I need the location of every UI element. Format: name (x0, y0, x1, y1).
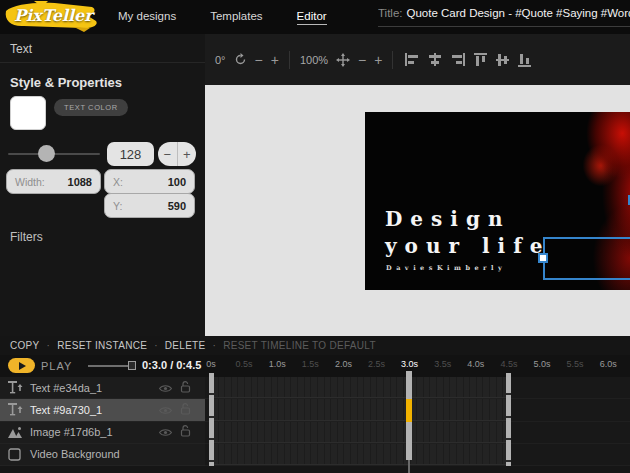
design-text-block[interactable]: Design your life (385, 206, 551, 260)
timeline-header: PLAY 0:3.0 / 0:4.5 0s0.5s1.0s1.5s2.0s2.5… (0, 355, 630, 377)
design-title-field[interactable]: Title: Quote Card Design - #Quote #Sayin… (378, 0, 630, 27)
ruler-label-4.5s: 4.5s (500, 359, 517, 369)
layer-controls (159, 401, 191, 419)
pixteller-logo[interactable]: PixTeller (4, 1, 100, 33)
width-value: 1088 (68, 176, 92, 188)
layer-lock-toggle[interactable] (180, 423, 191, 441)
font-size-input[interactable]: 128 (107, 142, 154, 166)
timeline-end-marker[interactable] (506, 373, 511, 466)
zoom-out-button[interactable]: − (358, 53, 366, 67)
layer-name: Text #9a730_1 (30, 404, 159, 416)
width-field[interactable]: Width: 1088 (6, 169, 101, 194)
y-field[interactable]: Y: 590 (104, 193, 195, 218)
resize-handle-left[interactable] (538, 253, 548, 263)
playhead-line (408, 460, 410, 473)
layer-lock-toggle[interactable] (180, 401, 191, 419)
align-left-icon[interactable] (405, 53, 419, 66)
layer-track-grid[interactable] (211, 377, 509, 398)
layer-track-grid[interactable] (211, 399, 509, 420)
ruler-label-2.0s: 2.0s (335, 359, 352, 369)
align-top-icon[interactable] (474, 53, 487, 67)
ruler-label-1.5s: 1.5s (302, 359, 319, 369)
sidebar-section-filters[interactable]: Filters (10, 230, 43, 244)
pan-move-icon[interactable] (336, 53, 350, 67)
ruler-label-2.5s: 2.5s (368, 359, 385, 369)
eye-icon (159, 384, 172, 393)
timeline-ruler[interactable]: 0s0.5s1.0s1.5s2.0s2.5s3.0s3.5s4.0s4.5s5.… (0, 355, 630, 377)
layer-track[interactable] (205, 399, 630, 421)
title-label: Title: (378, 7, 403, 19)
text-color-label: TEXT COLOR (54, 99, 128, 116)
rotation-group: 0° − + (205, 53, 289, 67)
nav-item-editor[interactable]: Editor (297, 10, 327, 25)
layer-label-image-17d6b_1[interactable]: Image #17d6b_1 (0, 422, 205, 444)
image-layer-icon (8, 426, 24, 438)
layer-name: Text #e34da_1 (30, 382, 159, 394)
playhead-bar-selected (406, 399, 412, 422)
nav-item-templates[interactable]: Templates (210, 10, 262, 24)
action-reset-timeline-to-default[interactable]: RESET TIMELINE TO DEFAULT (223, 340, 376, 351)
eye-icon (159, 406, 172, 415)
zoom-in-button[interactable]: + (374, 53, 382, 67)
design-text-line2: your life (385, 233, 551, 260)
rotate-decrease-button[interactable]: − (255, 53, 263, 67)
layer-label-text-9a730_1[interactable]: Text #9a730_1 (0, 399, 205, 421)
font-size-row: 128 − + (0, 140, 205, 168)
y-label: Y: (113, 200, 122, 212)
text-color-swatch[interactable] (10, 96, 46, 130)
rotate-icon[interactable] (234, 53, 247, 66)
selection-box[interactable] (543, 237, 630, 280)
layer-visibility-toggle[interactable] (159, 423, 172, 441)
text-color-row: TEXT COLOR (10, 96, 128, 130)
layer-label-text-e34da_1[interactable]: Text #e34da_1 (0, 377, 205, 399)
playhead-bar-bottom (406, 422, 412, 460)
align-middle-vertical-icon[interactable] (496, 53, 509, 67)
ruler-label-3.5s: 3.5s (434, 359, 451, 369)
canvas-workspace[interactable]: Design your life DaviesKimberly (205, 85, 630, 336)
layer-label-video-background[interactable]: Video Background (0, 444, 205, 466)
layer-track[interactable] (205, 444, 630, 466)
playhead-bar-top (406, 371, 412, 399)
layer-lock-toggle[interactable] (180, 379, 191, 397)
timeline-start-marker[interactable] (209, 373, 214, 466)
title-value: Quote Card Design - #Quote #Saying #Word… (407, 7, 630, 19)
layer-name: Video Background (30, 448, 205, 460)
align-center-horizontal-icon[interactable] (428, 53, 442, 66)
font-size-increase-button[interactable]: + (178, 142, 197, 166)
unlock-icon (180, 425, 191, 437)
design-text-line1: Design (385, 206, 551, 233)
action-copy[interactable]: COPY (10, 340, 40, 351)
ruler-label-5.5s: 5.5s (567, 359, 584, 369)
action-separator: · (47, 340, 51, 351)
align-right-icon[interactable] (451, 53, 465, 66)
logo-text: PixTeller (14, 6, 93, 25)
zoom-value: 100% (300, 54, 328, 66)
main-nav: My designsTemplatesEditor (118, 0, 327, 34)
layer-track-grid[interactable] (211, 422, 509, 443)
design-card[interactable]: Design your life DaviesKimberly (365, 112, 630, 290)
font-size-stepper: − + (158, 142, 196, 166)
timeline-playhead[interactable] (406, 371, 412, 466)
canvas-toolbar: 0° − + 100% − + (205, 34, 630, 85)
rotate-increase-button[interactable]: + (271, 53, 279, 67)
x-label: X: (113, 176, 123, 188)
sidebar-section-text[interactable]: Text (0, 34, 205, 63)
layer-track[interactable] (205, 377, 630, 399)
layer-track-grid[interactable] (211, 444, 509, 465)
align-bottom-icon[interactable] (518, 53, 531, 67)
font-size-slider-handle[interactable] (38, 145, 55, 162)
align-group (393, 53, 543, 67)
font-size-decrease-button[interactable]: − (158, 142, 178, 166)
design-author-text[interactable]: DaviesKimberly (386, 264, 506, 272)
action-reset-instance[interactable]: RESET INSTANCE (57, 340, 147, 351)
ruler-label-0.5s: 0.5s (236, 359, 253, 369)
layer-visibility-toggle[interactable] (159, 379, 172, 397)
x-field[interactable]: X: 100 (104, 169, 195, 194)
ruler-label-4.0s: 4.0s (467, 359, 484, 369)
rotation-value: 0° (215, 54, 226, 66)
layer-name: Image #17d6b_1 (30, 426, 159, 438)
action-delete[interactable]: DELETE (165, 340, 206, 351)
layer-visibility-toggle[interactable] (159, 401, 172, 419)
layer-track[interactable] (205, 422, 630, 444)
nav-item-my-designs[interactable]: My designs (118, 10, 176, 24)
